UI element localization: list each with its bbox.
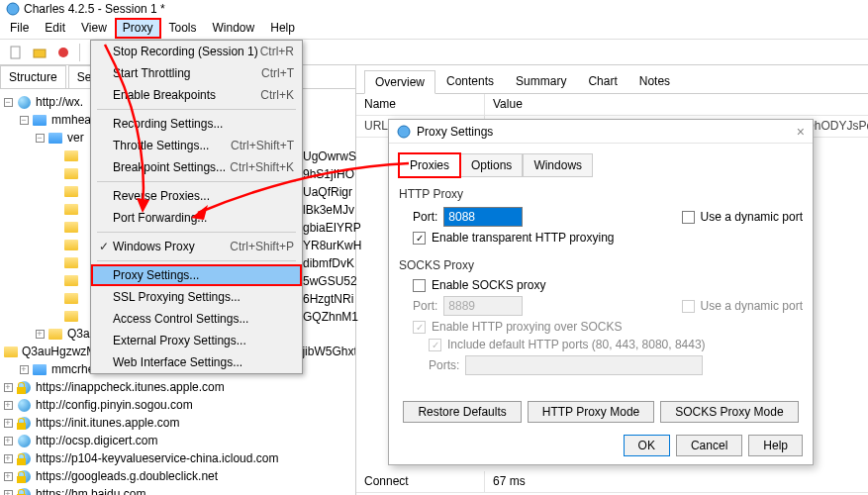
menu-item-enable-breakpoints[interactable]: Enable BreakpointsCtrl+K <box>91 84 302 106</box>
menu-item-web-interface-settings[interactable]: Web Interface Settings... <box>91 351 302 373</box>
tab-notes[interactable]: Notes <box>628 69 681 93</box>
tree-label: https://inappcheck.itunes.apple.com <box>36 380 225 394</box>
record-icon[interactable] <box>53 43 73 62</box>
tab-chart[interactable]: Chart <box>577 69 627 93</box>
restore-defaults-button[interactable]: Restore Defaults <box>403 401 521 423</box>
right-tabs: OverviewContentsSummaryChartNotes <box>356 69 868 94</box>
tree-row[interactable]: +http://ocsp.digicert.com <box>2 432 353 449</box>
menu-proxy[interactable]: Proxy <box>115 18 161 39</box>
folder-icon <box>4 344 18 359</box>
nv-name: Connect <box>356 471 485 492</box>
http-proxy-mode-button[interactable]: HTTP Proxy Mode <box>528 401 654 423</box>
expand-icon[interactable]: + <box>2 435 14 446</box>
dialog-mode-buttons: Restore DefaultsHTTP Proxy ModeSOCKS Pro… <box>389 401 813 423</box>
collapse-icon[interactable]: − <box>2 96 14 108</box>
menu-item-ssl-proxying-settings[interactable]: SSL Proxying Settings... <box>91 286 302 308</box>
folder-icon <box>63 148 79 163</box>
close-icon[interactable]: × <box>797 124 805 140</box>
menu-item-breakpoint-settings[interactable]: Breakpoint Settings...Ctrl+Shift+K <box>91 156 302 178</box>
collapse-icon <box>49 310 61 322</box>
globe-lock-icon <box>16 379 32 395</box>
code-fragments: UgOwrwS9hS1jIHOUaQfRigrlBk3eMJvgbiaEIYRP… <box>303 149 362 328</box>
http-transparent-checkbox[interactable]: ✓ <box>413 232 426 245</box>
collapse-icon <box>49 203 61 215</box>
code-fragment: lBk3eMJv <box>303 203 362 221</box>
expand-icon[interactable]: + <box>34 328 46 340</box>
collapse-icon <box>49 274 61 286</box>
expand-icon[interactable]: + <box>2 470 14 482</box>
folder-icon <box>48 130 63 146</box>
tree-row[interactable]: +https://googleads.g.doubleclick.net <box>2 467 353 485</box>
tab-overview[interactable]: Overview <box>364 70 435 94</box>
http-dynamic-checkbox[interactable] <box>682 211 695 224</box>
folder-icon <box>63 272 79 288</box>
dialog-tab-proxies[interactable]: Proxies <box>399 153 460 177</box>
expand-icon[interactable]: + <box>2 399 14 411</box>
menu-item-recording-settings[interactable]: Recording Settings... <box>91 113 302 135</box>
collapse-icon[interactable]: − <box>34 132 46 144</box>
titlebar: Charles 4.2.5 - Session 1 * <box>0 0 868 18</box>
socks-ports-label: Ports: <box>429 358 459 372</box>
expand-icon[interactable]: + <box>2 488 14 495</box>
tree-row[interactable]: +https://hm.baidu.com <box>2 485 353 495</box>
new-session-icon[interactable] <box>6 43 26 62</box>
menu-item-throttle-settings[interactable]: Throttle Settings...Ctrl+Shift+T <box>91 135 302 156</box>
code-fragment: UaQfRigr <box>303 185 362 203</box>
http-dynamic-label: Use a dynamic port <box>701 210 803 224</box>
collapse-icon <box>49 185 61 197</box>
name-value-row: Connect 67 ms <box>356 471 868 493</box>
name-value-header: Name Value <box>356 94 868 116</box>
socks-port-label: Port: <box>413 299 437 313</box>
socks-proxy-mode-button[interactable]: SOCKS Proxy Mode <box>660 401 798 423</box>
dialog-icon <box>397 125 411 139</box>
expand-icon[interactable]: + <box>18 363 30 375</box>
socks-ports-input <box>465 355 703 375</box>
folder-icon <box>63 290 79 306</box>
menu-item-stop-recording-session-1[interactable]: Stop Recording (Session 1)Ctrl+R <box>91 41 302 62</box>
tree-row[interactable]: +http://config.pinyin.sogou.com <box>2 396 353 414</box>
socks-enable-checkbox[interactable] <box>413 279 426 292</box>
menu-help[interactable]: Help <box>262 18 303 39</box>
tree-row[interactable]: +https://init.itunes.apple.com <box>2 414 353 432</box>
expand-icon[interactable]: + <box>2 452 14 464</box>
http-proxy-title: HTTP Proxy <box>399 187 803 201</box>
folder-icon <box>63 219 79 235</box>
tab-structure[interactable]: Structure <box>0 65 66 88</box>
dialog-tab-windows[interactable]: Windows <box>523 153 593 177</box>
tab-contents[interactable]: Contents <box>435 69 505 93</box>
menu-item-access-control-settings[interactable]: Access Control Settings... <box>91 308 302 330</box>
dialog-tab-options[interactable]: Options <box>460 153 523 177</box>
collapse-icon[interactable]: − <box>18 114 30 126</box>
menu-view[interactable]: View <box>73 18 115 39</box>
menu-item-proxy-settings[interactable]: Proxy Settings... <box>91 264 302 286</box>
tree-row[interactable]: +https://inappcheck.itunes.apple.com <box>2 378 353 396</box>
menu-item-reverse-proxies[interactable]: Reverse Proxies... <box>91 185 302 207</box>
col-value[interactable]: Value <box>485 94 530 115</box>
menu-item-port-forwarding[interactable]: Port Forwarding... <box>91 207 302 229</box>
menu-window[interactable]: Window <box>205 18 263 39</box>
http-port-input[interactable] <box>443 207 523 227</box>
tree-label: https://hm.baidu.com <box>36 487 145 495</box>
help-button[interactable]: Help <box>748 435 803 456</box>
menu-edit[interactable]: Edit <box>37 18 73 39</box>
menu-tools[interactable]: Tools <box>161 18 205 39</box>
tree-row[interactable]: +https://p104-keyvalueservice-china.iclo… <box>2 449 353 467</box>
tab-summary[interactable]: Summary <box>505 69 577 93</box>
open-icon[interactable] <box>30 43 49 62</box>
http-transparent-label: Enable transparent HTTP proxying <box>432 231 615 245</box>
code-fragment: GQZhnM1 <box>303 310 362 328</box>
dialog-title: Proxy Settings <box>417 125 493 139</box>
svg-point-4 <box>398 126 410 138</box>
expand-icon[interactable]: + <box>2 381 14 393</box>
col-name[interactable]: Name <box>356 94 485 115</box>
ok-button[interactable]: OK <box>624 435 670 456</box>
menu-item-start-throttling[interactable]: Start ThrottlingCtrl+T <box>91 62 302 84</box>
menu-item-external-proxy-settings[interactable]: External Proxy Settings... <box>91 330 302 351</box>
cancel-button[interactable]: Cancel <box>676 435 742 456</box>
globe-lock-icon <box>16 415 32 431</box>
expand-icon[interactable]: + <box>2 417 14 429</box>
globe-icon <box>16 94 32 110</box>
menu-file[interactable]: File <box>2 18 37 39</box>
socks-include-label: Include default HTTP ports (80, 443, 808… <box>447 338 706 351</box>
menu-item-windows-proxy[interactable]: ✓Windows ProxyCtrl+Shift+P <box>91 236 302 257</box>
